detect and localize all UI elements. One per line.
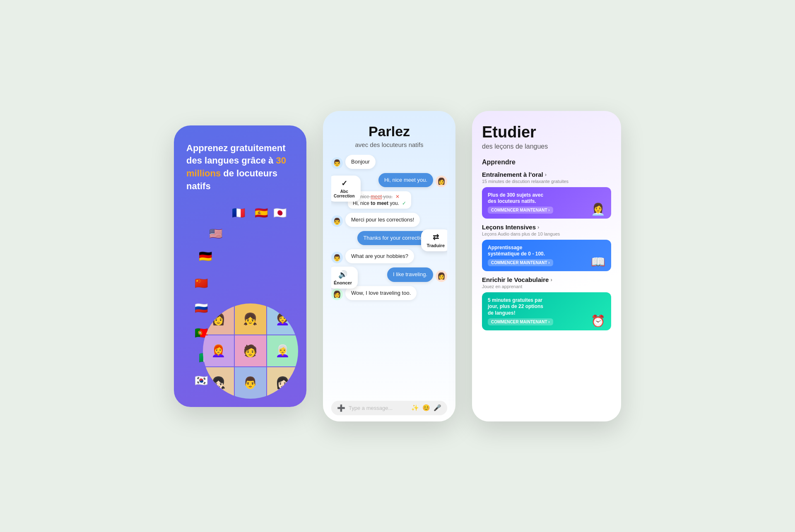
learn-item-oral: Entraînement à l'oral › 15 minutes de di… [482, 171, 611, 219]
banner-vocab-text: 5 minutes gratuites par jour, plus de 22… [488, 297, 550, 317]
phone2-subtitle: avec des locuteurs natifs [331, 141, 447, 148]
banner-oral-text: Plus de 300 sujets avec des locuteurs na… [488, 192, 550, 205]
sparkle-icon: ✨ [411, 404, 419, 412]
msg-merci-row: 👨 Merci pour les corrections! [331, 213, 447, 227]
chat-input-icons: ✨ 😊 🎤 [411, 404, 441, 412]
phone2-title: Parlez [331, 123, 447, 140]
pill-enoncer-label: Énoncer [334, 280, 352, 285]
bubble-travel: I like traveling. [387, 267, 433, 282]
flag-es: 🇪🇸 [255, 207, 268, 218]
flag-cn: 🇨🇳 [195, 278, 208, 289]
bubble-hobbies: What are your hobbies? [345, 249, 414, 263]
flag-ru: 🇷🇺 [195, 303, 208, 313]
learn-item-vocab: Enrichir le Vocabulaire › Jouez en appre… [482, 276, 611, 330]
msg-bonjour-row: 👨 Bonjour [331, 155, 447, 169]
headline-text: Apprenez gratuitement des langues grâce … [186, 143, 286, 166]
learn-intensives-arrow: › [537, 224, 539, 230]
phone1-headline: Apprenez gratuitement des langues grâce … [186, 142, 294, 193]
learn-item-oral-header: Entraînement à l'oral › [482, 171, 611, 178]
pill-traduire: ⇄ Traduire [421, 229, 447, 251]
banner-oral[interactable]: Plus de 300 sujets avec des locuteurs na… [482, 187, 611, 219]
learn-vocab-title: Enrichir le Vocabulaire [482, 276, 549, 283]
learn-intensives-title: Leçons Intensives [482, 224, 536, 231]
flag-kr: 🇰🇷 [195, 375, 208, 386]
app-container: Apprenez gratuitement des langues grâce … [174, 111, 621, 421]
mic-icon: 🎤 [434, 404, 441, 412]
flag-us: 🇺🇸 [209, 228, 222, 239]
banner-vocab-illustration: ⏰ [591, 314, 605, 328]
learn-item-intensives-header: Leçons Intensives › [482, 224, 611, 231]
learn-item-intensives: Leçons Intensives › Leçons Audio dans pl… [482, 224, 611, 271]
flag-jp: 🇯🇵 [273, 207, 287, 218]
correction-corrected: Hi, nice to meet you. ✓ [353, 200, 406, 206]
chat-input-bar[interactable]: ➕ Type a message... ✨ 😊 🎤 [331, 401, 447, 415]
pill-correction: ✓ AbcCorrection [331, 176, 361, 202]
correction-check-icon: ✓ [341, 179, 347, 188]
photo-circle: 👩 👧 👩‍🦱 👩‍🦰 🧑 👩‍🦳 👧🏻 👨 👩🏻 [203, 303, 298, 399]
learn-oral-title: Entraînement à l'oral [482, 171, 543, 178]
phone-card-3: Etudier des leçons de langues Apprendre … [472, 111, 621, 421]
pill-correction-label: AbcCorrection [334, 189, 355, 198]
section-apprendre: Apprendre [482, 159, 611, 166]
bubble-hinice: Hi, nice meet you. [378, 173, 433, 187]
phone3-subtitle: des leçons de langues [482, 143, 611, 150]
banner-vocab[interactable]: 5 minutes gratuites par jour, plus de 22… [482, 292, 611, 330]
banner-oral-cta[interactable]: COMMENCER MAINTENANT › [488, 207, 553, 214]
chat-input-plus-icon: ➕ [337, 404, 345, 412]
flags-photos-area: 🇫🇷 🇪🇸 🇯🇵 🇺🇸 🇩🇪 🇨🇳 🇷🇺 🇵🇹 🇮🇹 🇰🇷 👩 👧 👩‍🦱 👩‍… [186, 205, 294, 395]
learn-oral-desc: 15 minutes de discution relaxante gratui… [482, 179, 611, 184]
pill-enoncer: 🔊 Énoncer [331, 267, 358, 289]
bubble-bonjour: Bonjour [345, 155, 376, 169]
banner-vocab-content: 5 minutes gratuites par jour, plus de 22… [488, 297, 553, 325]
learn-intensives-desc: Leçons Audio dans plus de 10 langues [482, 231, 611, 236]
msg-hobbies-row: 👨 What are your hobbies? [331, 249, 447, 263]
avatar-5: 👨 [331, 252, 343, 263]
avatar-2: 👩 [436, 176, 447, 187]
banner-vocab-cta[interactable]: COMMENCER MAINTENANT › [488, 318, 553, 325]
avatar-6: 👩 [436, 270, 447, 282]
banner-intensives-content: Apprentissage systématique de 0 - 100. C… [488, 245, 553, 266]
correction-original: Hi, nice meet you. ✕ [353, 194, 406, 200]
banner-oral-content: Plus de 300 sujets avec des locuteurs na… [488, 192, 553, 214]
learn-vocab-arrow: › [550, 277, 552, 283]
banner-intensives-text: Apprentissage systématique de 0 - 100. [488, 245, 550, 258]
banner-intensives-illustration: 📖 [591, 255, 605, 269]
emoji-icon: 😊 [422, 404, 430, 412]
learn-oral-arrow: › [545, 171, 547, 178]
pill-traduire-label: Traduire [427, 243, 445, 248]
banner-oral-illustration: 👩‍💼 [591, 202, 605, 216]
bubble-wow: Wow, I love traveling too. [345, 286, 417, 300]
translate-icon: ⇄ [433, 233, 439, 242]
banner-intensives[interactable]: Apprentissage systématique de 0 - 100. C… [482, 240, 611, 271]
chat-area: ✓ AbcCorrection ⇄ Traduire 🔊 Énoncer 👨 B… [331, 155, 447, 397]
sound-icon: 🔊 [338, 270, 347, 279]
bubble-merci: Merci pour les corrections! [345, 213, 420, 227]
learn-vocab-desc: Jouez en apprenant [482, 284, 611, 289]
avatar-1: 👨 [331, 157, 343, 169]
chat-input-placeholder[interactable]: Type a message... [349, 405, 408, 411]
phone-card-1: Apprenez gratuitement des langues grâce … [174, 125, 306, 407]
phone-card-2: Parlez avec des locuteurs natifs ✓ AbcCo… [323, 111, 455, 421]
banner-intensives-cta[interactable]: COMMENCER MAINTENANT › [488, 259, 553, 266]
learn-item-vocab-header: Enrichir le Vocabulaire › [482, 276, 611, 283]
avatar-3: 👨 [331, 215, 343, 227]
avatar-7: 👩 [331, 289, 343, 300]
flag-de: 🇩🇪 [199, 251, 212, 262]
flag-fr: 🇫🇷 [232, 207, 245, 218]
phone3-title: Etudier [482, 123, 611, 141]
